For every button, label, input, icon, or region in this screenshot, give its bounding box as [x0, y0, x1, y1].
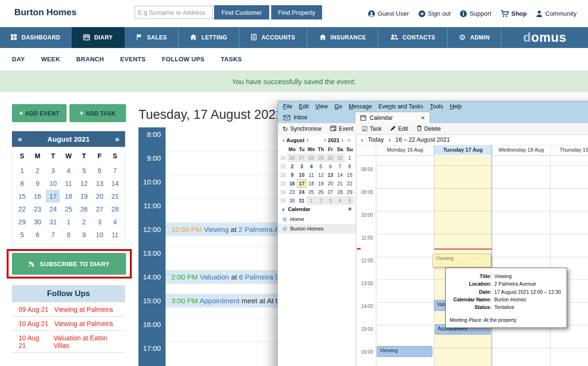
previous-week-icon[interactable]: ‹ — [361, 136, 363, 144]
mini-calendar-day[interactable]: 10 — [92, 231, 108, 239]
tb-mini-calendar-day[interactable]: 19 — [316, 179, 325, 188]
add-calendar-icon[interactable]: + — [348, 205, 352, 213]
top-link-community[interactable]: Community — [536, 10, 577, 18]
mini-calendar-day[interactable]: 1 — [14, 167, 30, 174]
subnav-item-follow-ups[interactable]: FOLLOW UPS — [162, 56, 205, 63]
mini-calendar-day[interactable]: 24 — [45, 205, 61, 213]
tb-event-viewing[interactable]: Viewing---------- — [432, 254, 491, 267]
nav-tab-accounts[interactable]: ACCOUNTS — [239, 27, 307, 48]
add-task-button[interactable]: +ADD TASK — [69, 104, 126, 122]
next-week-icon[interactable]: › — [389, 136, 391, 144]
tb-mini-calendar-day[interactable]: 26 — [316, 188, 325, 196]
tb-mini-calendar-day[interactable]: 31 — [335, 154, 345, 162]
menu-edit[interactable]: Edit — [295, 103, 312, 110]
tb-mini-calendar-day[interactable]: 30 — [326, 154, 335, 162]
next-year-icon[interactable]: › — [340, 137, 345, 144]
previous-year-icon[interactable]: ‹ — [322, 137, 328, 144]
subnav-item-day[interactable]: DAY — [12, 56, 25, 63]
mini-calendar-day[interactable]: 15 — [14, 193, 30, 200]
menu-help[interactable]: Help — [446, 103, 465, 110]
menu-view[interactable]: View — [312, 103, 331, 110]
mini-calendar-day[interactable]: 20 — [92, 193, 108, 200]
menu-events-and-tasks[interactable]: Events and Tasks — [375, 103, 427, 110]
day-column-header[interactable]: Monday 16 Aug — [376, 145, 434, 155]
mini-calendar-day[interactable]: 26 — [76, 205, 92, 213]
toolbar-synchronise-button[interactable]: ↻Synchronise — [283, 125, 322, 133]
tb-mini-calendar-day[interactable]: 8 — [345, 162, 354, 171]
tab-calendar[interactable]: Calendar × — [355, 112, 430, 123]
today-button[interactable]: Today — [368, 136, 383, 143]
tb-mini-calendar-day[interactable]: 15 — [345, 171, 354, 179]
tb-mini-calendar-day[interactable]: 14 — [335, 171, 345, 179]
tb-mini-calendar-day[interactable]: 13 — [326, 171, 335, 179]
mini-calendar-day[interactable]: 23 — [30, 205, 46, 213]
tb-mini-calendar-day[interactable]: 11 — [306, 171, 316, 179]
tb-mini-calendar-day[interactable]: 5 — [316, 162, 325, 171]
tb-mini-calendar-day[interactable]: 6 — [326, 162, 335, 171]
nav-tab-insurance[interactable]: INSURANCE — [307, 27, 378, 48]
tb-mini-calendar-day[interactable]: 17 — [297, 179, 306, 188]
top-link-shop[interactable]: Shop — [500, 10, 527, 18]
mini-calendar-day[interactable]: 3 — [45, 167, 61, 174]
nav-tab-dashboard[interactable]: DASHBOARD — [0, 27, 71, 48]
tb-mini-calendar-day[interactable]: 28 — [306, 154, 316, 162]
find-customer-button[interactable]: Find Customer — [214, 5, 269, 19]
nav-tab-diary[interactable]: DIARY — [71, 27, 125, 48]
nav-tab-letting[interactable]: LETTING — [178, 27, 239, 48]
top-link-support[interactable]: Support — [460, 10, 491, 18]
next-month-icon[interactable]: › — [304, 137, 310, 144]
top-link-sign-out[interactable]: Sign out — [418, 10, 451, 18]
toolbar-delete-button[interactable]: Delete — [417, 125, 441, 133]
top-link-guest-user[interactable]: Guest User — [368, 10, 409, 18]
subscribe-to-diary-button[interactable]: SUBSCRIBE TO DIARY — [12, 253, 126, 275]
mini-calendar-day[interactable]: 3 — [92, 218, 108, 226]
follow-up-item[interactable]: 09 Aug 21Viewing at Palmeira — [12, 302, 125, 317]
mini-calendar-day[interactable]: 5 — [14, 231, 30, 239]
event-link[interactable]: Valuation — [200, 273, 229, 281]
follow-up-item[interactable]: 10 Aug 21Valuation at Eaton Villas — [12, 331, 125, 353]
tb-mini-calendar-day[interactable]: 1 — [345, 154, 354, 162]
mini-calendar-day[interactable]: 29 — [14, 218, 30, 226]
nav-tab-sales[interactable]: SALES — [125, 27, 178, 48]
menu-message[interactable]: Message — [345, 103, 375, 110]
tb-mini-calendar-day[interactable]: 2 — [287, 162, 297, 171]
menu-tools[interactable]: Tools — [426, 103, 446, 110]
tb-mini-calendar-day[interactable]: 24 — [297, 188, 306, 196]
toolbar-task-button[interactable]: ☑Task — [362, 125, 382, 133]
mini-calendar-day[interactable]: 6 — [30, 231, 46, 239]
mini-calendar-day[interactable]: 7 — [107, 167, 123, 174]
subnav-item-week[interactable]: WEEK — [41, 56, 60, 63]
tb-mini-calendar-day[interactable]: 28 — [335, 188, 345, 196]
mini-calendar-day[interactable]: 6 — [92, 167, 108, 174]
follow-up-item[interactable]: 10 Aug 21Viewing at Palmeira — [12, 317, 125, 331]
mini-calendar-day[interactable]: 2 — [76, 218, 92, 226]
mini-calendar-day[interactable]: 30 — [30, 218, 46, 226]
mini-calendar-day[interactable]: 7 — [45, 231, 61, 239]
toolbar-edit-button[interactable]: Edit — [390, 125, 408, 133]
menu-file[interactable]: File — [280, 103, 295, 110]
mini-calendar-day[interactable]: 5 — [76, 167, 92, 174]
chevron-down-icon[interactable]: ∨ — [282, 207, 285, 212]
tb-event-viewing[interactable]: Viewing — [377, 346, 432, 357]
mini-calendar-day[interactable]: 17 — [45, 190, 61, 202]
mini-calendar-day[interactable]: 9 — [76, 231, 92, 239]
tb-mini-calendar-day[interactable]: 25 — [306, 188, 316, 196]
find-property-button[interactable]: Find Property — [271, 5, 322, 19]
tb-mini-calendar-day[interactable]: 9 — [287, 171, 297, 179]
today-icon[interactable]: ○ — [345, 137, 353, 144]
mini-calendar-day[interactable]: 4 — [61, 167, 77, 174]
mini-calendar-day[interactable]: 28 — [107, 205, 123, 213]
tb-mini-calendar-day[interactable]: 29 — [316, 154, 325, 162]
mini-calendar-day[interactable]: 8 — [14, 180, 30, 187]
tb-mini-calendar-day[interactable]: 3 — [297, 162, 306, 171]
add-event-button[interactable]: +ADD EVENT — [12, 104, 67, 122]
mini-calendar-day[interactable]: 31 — [45, 218, 61, 226]
tb-mini-calendar-day[interactable]: 21 — [335, 179, 345, 188]
mini-calendar-day[interactable]: 10 — [45, 180, 61, 187]
tb-mini-calendar-day[interactable]: 16 — [287, 179, 297, 188]
close-tab-icon[interactable]: × — [421, 114, 425, 122]
calendar-item-home[interactable]: Home — [278, 214, 356, 224]
mini-calendar-day[interactable]: 22 — [14, 205, 30, 213]
mini-calendar-day[interactable]: 8 — [61, 231, 77, 239]
tb-mini-calendar-day[interactable]: 22 — [345, 179, 354, 188]
